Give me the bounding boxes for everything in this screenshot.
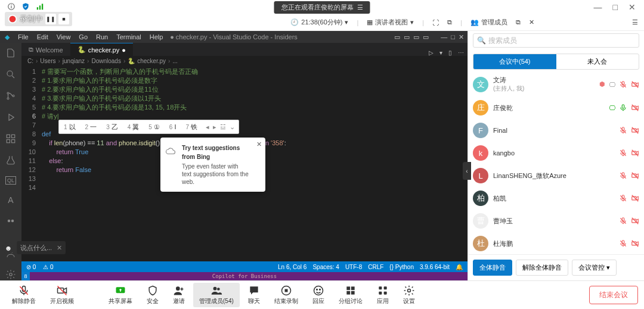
menu-help[interactable]: Help: [150, 33, 163, 40]
mic-icon[interactable]: [619, 239, 627, 248]
toggle-video-button[interactable]: 开启视频: [44, 283, 80, 307]
reactions-button[interactable]: 回应: [306, 283, 330, 307]
tab-welcome[interactable]: ⧉Welcome: [21, 43, 70, 56]
share-screen-button[interactable]: 共享屏幕: [103, 283, 138, 307]
menu-edit[interactable]: Edit: [37, 33, 48, 40]
member-row[interactable]: 文文涛(主持人, 我)⬢🖵: [468, 72, 644, 96]
ime-candidate-bar[interactable]: 1以 2一 3乙 4翼 5① 6I 7铁 ◂▸☳⌄: [58, 120, 239, 134]
ime-expand-icon[interactable]: ⌄: [230, 123, 235, 132]
camera-icon[interactable]: [631, 171, 639, 180]
layout-icon[interactable]: ▭: [413, 33, 419, 41]
status-encoding[interactable]: UTF-8: [345, 264, 362, 270]
settings-button[interactable]: 设置: [397, 283, 421, 307]
tab-checker[interactable]: 🐍checker.py●: [70, 43, 133, 56]
status-eol[interactable]: CRLF: [368, 264, 383, 270]
close-button[interactable]: ✕: [628, 2, 636, 12]
more-menu-icon[interactable]: ☰: [632, 18, 638, 26]
member-row[interactable]: kkangbo: [468, 142, 644, 164]
ime-next-icon[interactable]: ▸: [213, 123, 216, 132]
status-bell-icon[interactable]: 🔔: [456, 264, 463, 270]
run-icon[interactable]: ▷: [429, 49, 434, 56]
camera-icon[interactable]: [631, 217, 639, 225]
ime-prev-icon[interactable]: ◂: [206, 123, 209, 132]
meeting-control-button[interactable]: 会议管控 ▾: [572, 260, 617, 276]
camera-icon[interactable]: [631, 194, 639, 202]
vsc-close-icon[interactable]: ✕: [459, 33, 464, 41]
member-row[interactable]: 曹曹坤玉: [468, 210, 644, 232]
tab-in-meeting[interactable]: 会议中(54): [473, 54, 556, 69]
camera-icon[interactable]: [631, 104, 639, 112]
stop-record-button[interactable]: 结束录制: [268, 283, 304, 307]
more-icon[interactable]: ⋯: [458, 49, 464, 56]
layout-icon[interactable]: ▭: [394, 33, 400, 41]
popout-members-icon[interactable]: ⧉: [516, 18, 521, 26]
manage-members-toggle[interactable]: 👥 管理成员: [470, 18, 507, 27]
member-row[interactable]: LLinanSHENG_微软Azure: [468, 164, 644, 187]
vsc-maximize-icon[interactable]: □: [451, 33, 455, 41]
chat-close-icon[interactable]: ✕: [57, 244, 62, 252]
end-meeting-button[interactable]: 结束会议: [589, 286, 638, 304]
close-panel-icon[interactable]: ✕: [529, 18, 534, 26]
search-icon[interactable]: [5, 69, 16, 80]
chat-input[interactable]: 说点什么... ✕: [17, 241, 66, 254]
member-row[interactable]: FFinal: [468, 119, 644, 142]
status-spaces[interactable]: Spaces: 4: [312, 264, 339, 270]
status-warnings[interactable]: ⚠ 0: [43, 264, 53, 270]
security-button[interactable]: 安全: [141, 283, 165, 307]
mic-icon[interactable]: [619, 149, 627, 157]
mute-all-button[interactable]: 全体静音: [473, 260, 512, 276]
shield-icon[interactable]: [21, 2, 30, 13]
menu-file[interactable]: File: [18, 33, 29, 40]
camera-icon[interactable]: [631, 149, 639, 157]
chat-emoji-button[interactable]: ☻: [2, 242, 14, 254]
mic-icon[interactable]: [619, 80, 627, 89]
chat-button[interactable]: 聊天: [242, 283, 266, 307]
chevron-down-icon[interactable]: ▾: [345, 18, 348, 26]
menu-go[interactable]: Go: [79, 33, 88, 40]
azure-icon[interactable]: A: [8, 195, 13, 205]
ime-tool-icon[interactable]: ☳: [220, 123, 226, 132]
status-language[interactable]: {} Python: [389, 264, 414, 270]
camera-icon[interactable]: [631, 80, 639, 89]
mic-icon[interactable]: [619, 194, 627, 202]
breadcrumb[interactable]: C:› Users› junqianz› Downloads› 🐍checker…: [21, 56, 467, 66]
source-control-icon[interactable]: [5, 90, 16, 101]
mic-icon[interactable]: [619, 217, 627, 225]
info-icon[interactable]: [7, 2, 16, 13]
vsc-minimize-icon[interactable]: —: [441, 33, 447, 41]
status-python-version[interactable]: 3.9.6 64-bit: [420, 264, 450, 270]
code-editor[interactable]: 1# 需要写一个函数，判断用户输入的手机号码是否正确 2# 1.要求用户输入的手…: [21, 66, 467, 280]
maximize-button[interactable]: □: [613, 2, 618, 12]
status-lncol[interactable]: Ln 6, Col 6: [278, 264, 306, 270]
pause-recording-button[interactable]: ❚❚: [45, 14, 56, 24]
breakout-button[interactable]: 分组讨论: [333, 283, 369, 307]
layout-icon[interactable]: ▭: [404, 33, 410, 41]
popout-icon[interactable]: ⧉: [447, 18, 452, 26]
menu-run[interactable]: Run: [96, 33, 108, 40]
copilot-icon[interactable]: [5, 216, 16, 226]
banner-menu-icon[interactable]: ☰: [357, 4, 363, 11]
toggle-mute-button[interactable]: 解除静音: [6, 283, 42, 307]
mic-icon[interactable]: [619, 104, 627, 112]
menu-view[interactable]: View: [57, 33, 71, 40]
explorer-icon[interactable]: [5, 48, 16, 58]
collapse-panel-button[interactable]: ‹: [463, 162, 471, 180]
signal-icon[interactable]: [36, 2, 44, 13]
invite-button[interactable]: 邀请: [167, 283, 191, 307]
split-icon[interactable]: ▯: [448, 49, 452, 56]
mic-icon[interactable]: [619, 171, 627, 180]
member-row[interactable]: 杜杜海鹏: [468, 232, 644, 254]
stop-recording-button[interactable]: ■: [58, 14, 69, 24]
layout-icon[interactable]: ▭: [423, 33, 429, 41]
camera-icon[interactable]: [631, 126, 639, 135]
fullscreen-icon[interactable]: ⛶: [432, 19, 439, 26]
debug-icon[interactable]: [5, 112, 16, 123]
view-mode-selector[interactable]: ▦ 演讲者视图 ▾: [367, 18, 414, 27]
extensions-icon[interactable]: [5, 133, 16, 144]
sql-icon[interactable]: QL: [5, 176, 16, 185]
member-search-input[interactable]: 🔍 搜索成员: [473, 33, 639, 48]
unmute-all-button[interactable]: 解除全体静音: [516, 260, 568, 276]
minimize-button[interactable]: —: [594, 2, 602, 12]
camera-icon[interactable]: [631, 239, 639, 248]
menu-terminal[interactable]: Terminal: [116, 33, 141, 40]
